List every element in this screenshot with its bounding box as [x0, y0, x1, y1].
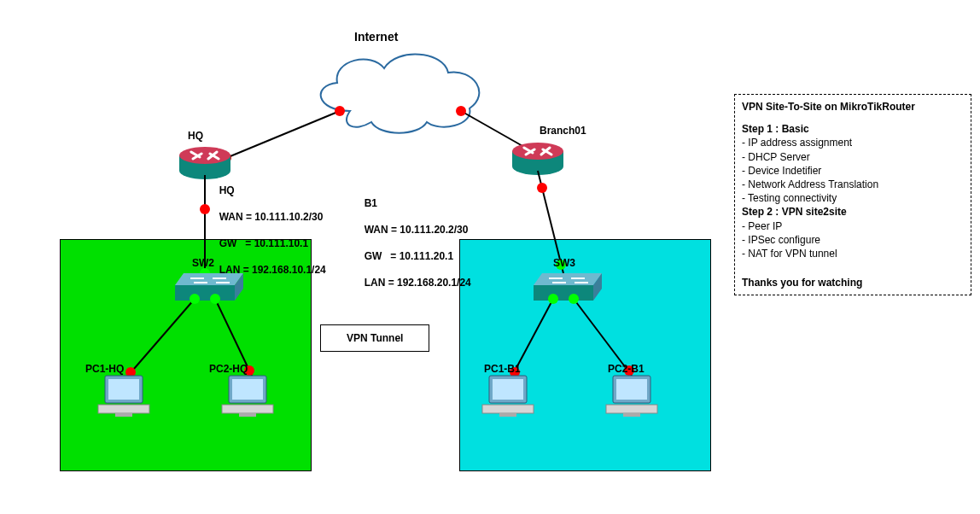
- notes-s1c: - Device Indetifier: [742, 164, 964, 178]
- b1-lan: LAN = 192.168.20.1/24: [365, 277, 471, 289]
- svg-line-10: [210, 154, 219, 159]
- notes-s1a: - IP address assignment: [742, 136, 964, 149]
- b1-cfg-title: B1: [365, 197, 377, 209]
- notes-s1e: - Testing connectivity: [742, 191, 964, 205]
- notes-step2: Step 2 : VPN site2site: [742, 205, 964, 219]
- svg-line-0: [226, 111, 340, 158]
- svg-line-9: [191, 152, 200, 157]
- notes-s2a: - Peer IP: [742, 219, 964, 233]
- notes-box: VPN Site-To-Site on MikroTikRouter Step …: [734, 94, 971, 295]
- b1-router: [512, 143, 563, 175]
- notes-title: VPN Site-To-Site on MikroTikRouter: [742, 100, 964, 114]
- b1-pc2-label: PC2-B1: [608, 363, 645, 377]
- notes-s1b: - DHCP Server: [742, 150, 964, 164]
- hq-cfg-title: HQ: [219, 184, 235, 196]
- svg-point-4: [531, 149, 541, 159]
- notes-thanks: Thanks you for watching: [742, 276, 964, 289]
- b1-switch-label: SW3: [553, 257, 575, 271]
- hq-wan: WAN = 10.111.10.2/30: [219, 211, 324, 223]
- svg-point-24: [537, 183, 547, 193]
- notes-s1d: - Network Address Translation: [742, 178, 964, 191]
- svg-point-8: [179, 147, 230, 164]
- svg-point-15: [512, 143, 563, 160]
- hq-lan: LAN = 192.168.10.1/24: [219, 264, 326, 276]
- svg-point-2: [221, 153, 231, 163]
- svg-line-12: [208, 152, 217, 159]
- hq-cfg: HQ WAN = 10.111.10.2/30 GW = 10.111.10.1…: [213, 171, 326, 277]
- notes-step1: Step 1 : Basic: [742, 122, 964, 136]
- svg-rect-14: [512, 151, 563, 166]
- b1-wan: WAN = 10.111.20.2/30: [365, 224, 469, 236]
- svg-line-17: [543, 149, 551, 155]
- hq-switch-label: SW2: [192, 257, 214, 271]
- internet-label: Internet: [354, 29, 398, 44]
- svg-line-11: [193, 154, 201, 159]
- svg-point-3: [335, 106, 345, 116]
- vpn-tunnel-box: VPN Tunnel: [320, 324, 429, 352]
- svg-point-5: [456, 106, 466, 116]
- b1-router-label: Branch01: [540, 125, 586, 138]
- b1-cfg: B1 WAN = 10.111.20.2/30 GW = 10.111.20.1…: [359, 184, 471, 290]
- hq-pc1-label: PC1-HQ: [85, 363, 124, 377]
- vpn-tunnel-label: VPN Tunnel: [347, 332, 403, 344]
- hq-pc2-label: PC2-HQ: [209, 363, 248, 377]
- svg-point-13: [512, 158, 563, 175]
- svg-line-16: [524, 148, 533, 153]
- svg-line-1: [461, 111, 536, 154]
- notes-s2b: - IPSec configure: [742, 233, 964, 247]
- b1-gw: GW = 10.111.20.1: [365, 250, 453, 262]
- b1-pc1-label: PC1-B1: [484, 363, 521, 377]
- internet-cloud: [321, 55, 480, 133]
- svg-line-18: [526, 149, 534, 155]
- notes-s2c: - NAT for VPN tunnel: [742, 247, 964, 260]
- svg-line-19: [541, 148, 550, 155]
- svg-rect-7: [179, 155, 230, 171]
- hq-gw: GW = 10.111.10.1: [219, 237, 308, 249]
- b1-lan-zone: [459, 239, 711, 471]
- hq-router-label: HQ: [188, 130, 203, 143]
- svg-point-21: [200, 204, 210, 214]
